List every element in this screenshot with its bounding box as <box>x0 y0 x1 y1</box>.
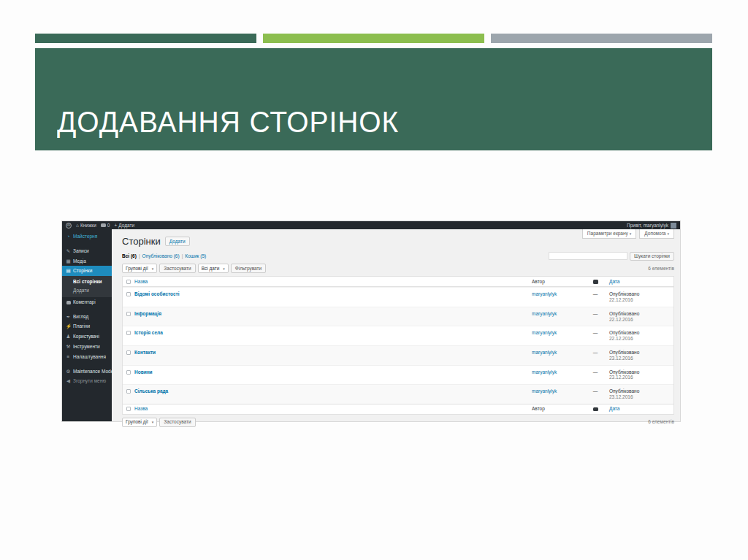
chevron-down-icon: ▾ <box>152 420 154 424</box>
author-link[interactable]: maryanlylyk <box>532 369 581 375</box>
sidebar-item-label: Згорнути меню <box>73 378 106 384</box>
bulk-actions-select-bottom[interactable]: Групові дії ▾ <box>122 418 157 427</box>
publish-date: 23.12.2016 <box>609 356 633 361</box>
comments-count: — <box>581 369 609 375</box>
table-row: Інформація maryanlylyk — Опубліковано 22… <box>123 307 673 326</box>
author-link[interactable]: maryanlylyk <box>532 330 581 336</box>
search-pages-button[interactable]: Шукати сторінки <box>630 252 674 261</box>
author-link[interactable]: maryanlylyk <box>532 311 581 317</box>
column-header-date[interactable]: Дата <box>609 279 673 285</box>
comments-icon <box>101 223 106 228</box>
date-cell: Опубліковано 23.12.2016 <box>609 369 673 381</box>
row-checkbox[interactable] <box>126 312 131 316</box>
row-checkbox[interactable] <box>126 389 131 394</box>
admin-bar-site-link[interactable]: ⌂ Книжки <box>76 223 96 229</box>
chevron-down-icon: ▾ <box>152 266 154 271</box>
howdy-user-link[interactable]: Привіт, maryanlylyk <box>627 223 668 229</box>
sidebar-item-collapse-menu[interactable]: ◀ Згорнути меню <box>62 376 112 386</box>
page-title-link[interactable]: Сільська рада <box>134 388 532 394</box>
collapse-icon: ◀ <box>66 378 71 384</box>
sidebar-item-pages[interactable]: ▤ Сторінки <box>62 266 112 276</box>
author-link[interactable]: maryanlylyk <box>532 388 581 394</box>
pages-list-table: Назва Автор Дата Відомі особистості mary… <box>122 276 674 415</box>
page-title-link[interactable]: Контакти <box>134 350 532 356</box>
publish-status: Опубліковано <box>609 291 639 296</box>
row-checkbox[interactable] <box>126 331 131 335</box>
row-checkbox[interactable] <box>126 350 131 355</box>
bulk-actions-label: Групові дії <box>126 419 148 425</box>
row-checkbox[interactable] <box>126 370 131 375</box>
publish-date: 22.12.2016 <box>609 297 633 302</box>
sidebar-item-media[interactable]: ▦ Медіа <box>62 256 112 266</box>
site-name: Книжки <box>80 223 96 229</box>
apply-button-bottom[interactable]: Застосувати <box>159 418 195 427</box>
publish-date: 22.12.2016 <box>609 317 633 322</box>
page-title-link[interactable]: Відомі особистості <box>134 291 532 297</box>
bulk-actions-select[interactable]: Групові дії ▾ <box>122 264 157 273</box>
row-checkbox[interactable] <box>126 292 131 296</box>
page-title-link[interactable]: Новини <box>134 369 532 375</box>
date-cell: Опубліковано 22.12.2016 <box>609 291 673 303</box>
dates-filter-label: Всі дати <box>202 266 220 272</box>
comments-icon <box>66 299 71 305</box>
sidebar-item-posts[interactable]: ✎ Записи <box>62 246 112 256</box>
help-button[interactable]: Допомога ▾ <box>639 229 674 239</box>
select-all-checkbox[interactable] <box>126 407 131 411</box>
add-page-button[interactable]: Додати <box>165 237 190 246</box>
dates-filter-select[interactable]: Всі дати ▾ <box>198 264 229 273</box>
title-block: ДОДАВАННЯ СТОРІНОК <box>35 48 712 150</box>
date-cell: Опубліковано 22.12.2016 <box>609 330 673 342</box>
new-label: Додати <box>118 223 134 229</box>
search-pages-input[interactable] <box>549 252 627 260</box>
page-title-link[interactable]: Інформація <box>134 311 532 317</box>
page-title-link[interactable]: Історія села <box>134 330 532 336</box>
gear-icon: ⚙ <box>66 369 71 375</box>
filter-button[interactable]: Фільтрувати <box>231 264 266 273</box>
wp-admin-bar: W ⌂ Книжки 0 + Додати Привіт, maryanlyly… <box>62 221 680 229</box>
table-row: Новини maryanlylyk — Опубліковано 23.12.… <box>123 365 673 385</box>
screen-options-button[interactable]: Параметри екрану ▾ <box>582 229 636 239</box>
media-icon: ▦ <box>66 258 71 264</box>
accent-bar-gray <box>491 34 712 43</box>
sidebar-item-users[interactable]: ♟ Користувачі <box>62 331 112 342</box>
tools-icon: ⚒ <box>66 344 71 350</box>
author-link[interactable]: maryanlylyk <box>532 291 581 297</box>
admin-bar-comments[interactable]: 0 <box>101 223 110 229</box>
sidebar-item-settings[interactable]: ≡ Налаштування <box>62 352 112 362</box>
filter-separator: | <box>139 253 140 259</box>
sidebar-item-maintenance-mode[interactable]: ⚙ Maintenance Mode <box>62 367 112 377</box>
table-body: Відомі особистості maryanlylyk — Опублік… <box>123 287 673 404</box>
sidebar-item-label: Користувачі <box>73 334 99 340</box>
sidebar-item-comments[interactable]: Коментарі <box>62 297 112 307</box>
submenu-item-add-new[interactable]: Додати <box>62 286 112 295</box>
table-row: Відомі особистості maryanlylyk — Опублік… <box>123 287 673 307</box>
sidebar-item-dashboard[interactable]: ◔ Майстерня <box>62 231 112 242</box>
publish-date: 23.12.2016 <box>609 394 633 399</box>
author-link[interactable]: maryanlylyk <box>532 350 581 356</box>
items-count: 6 елементів <box>648 266 674 272</box>
sidebar-item-appearance[interactable]: ✒ Вигляд <box>62 312 112 322</box>
publish-status: Опубліковано <box>609 388 639 394</box>
wordpress-menu[interactable]: W <box>66 223 72 229</box>
table-row: Історія села maryanlylyk — Опубліковано … <box>123 326 673 345</box>
column-footer-name[interactable]: Назва <box>134 406 532 412</box>
submenu-item-all-pages[interactable]: Всі сторінки <box>62 277 112 286</box>
select-all-checkbox[interactable] <box>126 280 131 284</box>
sidebar-item-tools[interactable]: ⚒ Інструменти <box>62 342 112 352</box>
publish-date: 23.12.2016 <box>609 375 633 380</box>
home-icon: ⌂ <box>76 223 79 229</box>
column-footer-date[interactable]: Дата <box>609 406 673 412</box>
column-header-name[interactable]: Назва <box>134 279 532 285</box>
page-title: Сторінки <box>122 236 161 248</box>
plugins-icon: ⚡ <box>66 323 71 329</box>
publish-status: Опубліковано <box>609 330 639 335</box>
sidebar-item-label: Записи <box>73 248 89 254</box>
sidebar-item-plugins[interactable]: ⚡ Плагіни <box>62 321 112 331</box>
filter-all-link[interactable]: Всі (6) <box>122 253 137 259</box>
avatar[interactable] <box>671 223 676 229</box>
admin-bar-new-button[interactable]: + Додати <box>114 223 134 229</box>
filter-published-link[interactable]: Опубліковано (6) <box>142 253 180 259</box>
apply-button[interactable]: Застосувати <box>159 264 195 273</box>
filter-trash-link[interactable]: Кошик (5) <box>185 253 206 259</box>
column-header-author: Автор <box>532 279 581 285</box>
